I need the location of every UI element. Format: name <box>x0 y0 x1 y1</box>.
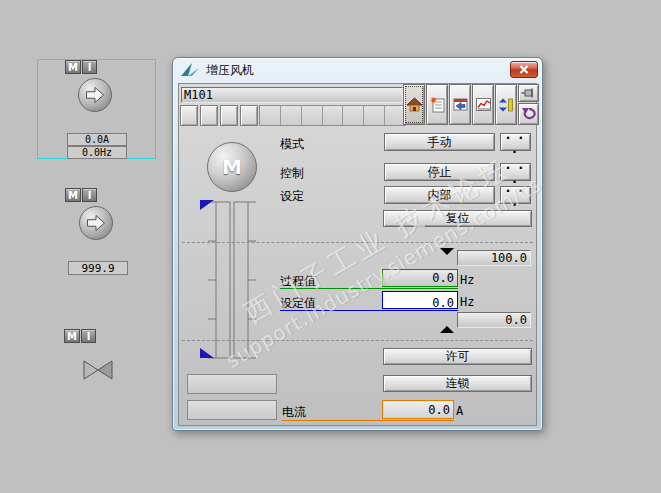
valve-icon <box>83 360 113 380</box>
close-button[interactable] <box>510 61 538 78</box>
process-value-field: 0.0 <box>382 269 458 287</box>
back-button[interactable] <box>518 103 539 125</box>
window-title: 增压风机 <box>206 62 254 79</box>
motor1-current-readout: 0.0A <box>67 133 127 146</box>
mode-indicator-m: M <box>65 60 81 74</box>
current-value-field: 0.0 <box>382 400 454 419</box>
high-limit-arrow-icon <box>440 248 454 255</box>
setting-label: 设定 <box>280 188 304 205</box>
status-cell <box>364 106 385 125</box>
process-value-unit: Hz <box>460 273 474 287</box>
status-cell-strip <box>259 105 406 126</box>
alarm-list-icon <box>429 96 446 113</box>
motor-status-symbol: M <box>207 142 257 192</box>
interlock-button[interactable]: 连锁 <box>383 375 532 392</box>
faceplate-window: 增压风机 M101 <box>172 57 543 431</box>
trend-view-button[interactable] <box>472 84 494 125</box>
status-cell <box>281 106 302 125</box>
window-titlebar[interactable]: 增压风机 <box>173 58 542 82</box>
setpoint-field[interactable] <box>382 291 458 309</box>
reset-button[interactable]: 复位 <box>383 210 532 227</box>
setpoint-input[interactable] <box>383 295 457 311</box>
trend-icon <box>475 97 492 112</box>
separator <box>182 242 533 243</box>
mode-indicator-m: M <box>64 329 80 343</box>
setting-more-button[interactable]: . . . <box>500 186 531 204</box>
limits-view-button[interactable] <box>495 84 517 125</box>
current-label: 电流 <box>282 404 306 421</box>
right-arrow-icon <box>79 78 111 112</box>
low-marker-icon <box>200 348 214 358</box>
home-icon <box>406 97 423 112</box>
mode-value-button[interactable]: 手动 <box>384 133 495 151</box>
control-label: 控制 <box>280 165 304 182</box>
setpoint-unit: Hz <box>460 295 474 309</box>
bargraph <box>200 198 260 368</box>
status-text-field-2 <box>187 400 277 420</box>
status-cell <box>260 106 281 125</box>
valve-symbol[interactable] <box>83 360 113 384</box>
tag-field: M101 <box>181 87 403 103</box>
status-text-field-1 <box>187 374 277 394</box>
mode-more-button[interactable]: . . . <box>500 133 531 151</box>
motor2-value-readout: 999.9 <box>68 261 128 275</box>
setpoint-underline <box>280 310 458 311</box>
motor1-frequency-readout: 0.0Hz <box>67 146 127 159</box>
motor-symbol-2[interactable] <box>79 206 113 240</box>
high-limit-field: 100.0 <box>457 250 531 266</box>
message-window-button[interactable] <box>449 84 471 125</box>
selector-button-3[interactable] <box>220 105 238 126</box>
close-icon <box>519 65 529 74</box>
mode-label: 模式 <box>280 136 304 153</box>
faceplate-client-area: M101 <box>178 83 537 426</box>
faceplate-app-icon <box>180 62 200 78</box>
plant-screen: M I 0.0A 0.0Hz M I 999.9 M I 增压风机 <box>0 0 661 493</box>
process-underline <box>280 288 458 289</box>
interlock-indicator-i: I <box>81 329 96 343</box>
current-unit: A <box>456 404 463 418</box>
selector-button-1[interactable] <box>180 105 198 126</box>
interlock-indicator-i: I <box>82 60 97 74</box>
interlock-indicator-i: I <box>82 188 97 202</box>
mode-indicator-m: M <box>65 188 81 202</box>
motor-symbol-1[interactable] <box>78 78 112 112</box>
undo-icon <box>521 107 536 121</box>
selector-button-2[interactable] <box>200 105 218 126</box>
status-cell <box>302 106 323 125</box>
control-value-button[interactable]: 停止 <box>384 163 495 181</box>
pin-button[interactable] <box>518 84 539 102</box>
alarm-list-button[interactable] <box>426 84 448 125</box>
limits-icon <box>498 97 514 113</box>
permit-button[interactable]: 许可 <box>383 348 532 365</box>
status-cell <box>343 106 364 125</box>
control-more-button[interactable]: . . . <box>500 163 531 181</box>
selector-button-4[interactable] <box>240 105 258 126</box>
message-icon <box>452 97 469 112</box>
low-limit-arrow-icon <box>440 326 454 333</box>
separator <box>182 340 533 341</box>
current-underline <box>282 420 454 421</box>
high-marker-icon <box>200 200 214 210</box>
home-view-button[interactable] <box>403 84 425 125</box>
right-arrow-icon <box>80 206 112 240</box>
low-limit-field: 0.0 <box>457 312 531 328</box>
pin-icon <box>521 88 536 98</box>
status-cell <box>323 106 344 125</box>
setting-value-button[interactable]: 内部 <box>384 186 495 204</box>
